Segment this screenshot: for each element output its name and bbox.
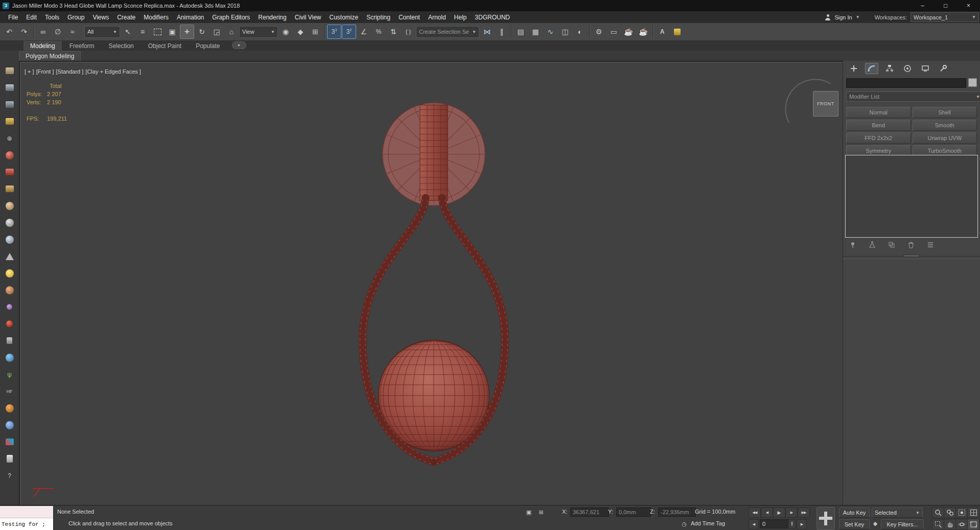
z-coordinate-field[interactable]: -22,936mm	[658, 508, 696, 517]
previous-frame-icon[interactable]: ◀	[761, 508, 773, 518]
monitor-icon[interactable]	[1, 79, 18, 96]
utilities-tab-icon[interactable]	[937, 63, 950, 74]
select-move-icon[interactable]: +	[180, 25, 194, 39]
render-setup-icon[interactable]: ⚙	[592, 25, 606, 39]
named-selection-dropdown[interactable]: Create Selection Se ▼	[416, 26, 479, 38]
configure-modifier-sets-icon[interactable]	[926, 241, 935, 249]
menu-create[interactable]: Create	[113, 14, 139, 21]
modifier-button-smooth[interactable]: Smooth	[913, 120, 977, 131]
menu-customize[interactable]: Customize	[325, 14, 363, 21]
keyboard-override-icon[interactable]: ⊞	[308, 25, 322, 39]
menu-edit[interactable]: Edit	[22, 14, 41, 21]
create-tab-icon[interactable]	[847, 63, 860, 74]
go-to-start-icon[interactable]: ◀◀	[749, 508, 761, 518]
select-by-name-icon[interactable]: ≡	[135, 25, 150, 39]
remove-modifier-icon[interactable]	[906, 241, 916, 249]
geosphere-icon[interactable]	[1, 231, 18, 248]
layer-manager-icon[interactable]: ▤	[514, 25, 528, 39]
ribbon-toggle-icon[interactable]: ▦	[528, 25, 543, 39]
bind-spacewarp-icon[interactable]: ≈	[65, 25, 80, 39]
polygon-modeling-panel[interactable]: Polygon Modeling	[19, 51, 81, 61]
next-frame-icon[interactable]: ▶	[785, 508, 798, 518]
window-crossing-icon[interactable]: ▣	[165, 25, 179, 39]
unlink-selection-icon[interactable]: ∅	[51, 25, 65, 39]
tab-selection[interactable]: Selection	[102, 41, 140, 51]
minimize-button[interactable]: –	[911, 0, 934, 11]
menu-3dground[interactable]: 3DGROUND	[471, 14, 514, 21]
y-coordinate-field[interactable]: 0,0mm	[616, 508, 651, 517]
modifier-list-dropdown[interactable]: Modifier List ▼	[846, 91, 980, 102]
grid-panel-icon[interactable]	[1, 96, 18, 113]
ribbon-minimize-icon[interactable]: ▼	[232, 41, 246, 49]
select-scale-icon[interactable]: ◲	[209, 25, 224, 39]
render-iterative-icon[interactable]: ☕	[636, 25, 650, 39]
select-manipulate-icon[interactable]: ◆	[293, 25, 308, 39]
zoom-all-icon[interactable]	[944, 507, 956, 518]
spinner-down-icon[interactable]: ▼	[790, 524, 794, 526]
swatch-grid-icon[interactable]	[1, 433, 18, 450]
go-to-end-icon[interactable]: ▶▶	[798, 508, 810, 518]
figure-icon[interactable]	[1, 332, 18, 349]
modifier-button-ffd2x2x2[interactable]: FFD 2x2x2	[846, 132, 911, 144]
sun-icon[interactable]	[1, 265, 18, 282]
next-key-icon[interactable]: ▶	[797, 519, 807, 529]
motion-tab-icon[interactable]	[901, 63, 914, 74]
hand-tool-icon[interactable]	[1, 62, 18, 79]
red-ball-icon[interactable]	[1, 315, 18, 332]
menu-civil-view[interactable]: Civil View	[291, 14, 325, 21]
listener-script-line[interactable]: Testing for ;	[0, 518, 53, 530]
angle-snap-icon[interactable]: ∠	[357, 25, 371, 39]
menu-rendering[interactable]: Rendering	[254, 14, 290, 21]
gold-cylinder-icon[interactable]	[1, 113, 18, 130]
pin-stack-icon[interactable]	[848, 241, 857, 249]
frame-spinner[interactable]: ▲▼	[788, 519, 796, 528]
snaps-25d-icon[interactable]: 32	[342, 25, 356, 39]
display-tab-icon[interactable]	[919, 63, 932, 74]
orange-ball-icon[interactable]	[1, 400, 18, 417]
menu-animation[interactable]: Animation	[173, 14, 208, 21]
multi-sphere-icon[interactable]	[1, 147, 18, 164]
script-yellow-icon[interactable]	[670, 25, 684, 39]
close-button[interactable]: ×	[957, 0, 980, 11]
viewport-menu-shading[interactable]: [Clay + Edged Faces ]	[85, 68, 141, 75]
menu-arnold[interactable]: Arnold	[424, 14, 450, 21]
grass-icon[interactable]: ψ	[1, 366, 18, 383]
earth-icon[interactable]	[1, 349, 18, 366]
workspace-dropdown[interactable]: Workspace_1 ▼	[911, 12, 979, 22]
selection-region-icon[interactable]	[150, 25, 165, 39]
play-icon[interactable]: ▶	[773, 508, 785, 518]
selection-lock-icon[interactable]: ⊞	[536, 508, 546, 516]
show-end-result-icon[interactable]	[868, 241, 877, 249]
maxscript-mini-listener[interactable]: Testing for ;	[0, 506, 54, 530]
render-production-icon[interactable]: ☕	[621, 25, 636, 39]
object-name-field[interactable]	[846, 78, 966, 88]
sphere-tan-icon[interactable]	[1, 197, 18, 214]
object-color-swatch[interactable]	[968, 78, 977, 87]
axis-tool-icon[interactable]: ⊕	[1, 130, 18, 147]
percent-snap-icon[interactable]: %	[371, 25, 386, 39]
tab-object-paint[interactable]: Object Paint	[142, 41, 188, 51]
viewport-menu-pov[interactable]: [Front ]	[36, 68, 54, 75]
time-tag-icon[interactable]: ◷	[680, 520, 689, 528]
zoom-extents-icon[interactable]	[955, 507, 968, 518]
blue-sphere-icon[interactable]	[1, 417, 18, 433]
sign-in-caret-icon[interactable]: ▼	[856, 15, 860, 19]
help-icon[interactable]: ?	[1, 467, 18, 484]
viewcube-front-face[interactable]: FRONT	[817, 101, 834, 106]
isolate-selection-icon[interactable]: ▣	[524, 508, 533, 516]
select-object-icon[interactable]: ↖	[121, 25, 135, 39]
align-icon[interactable]: ∥	[495, 25, 509, 39]
camera-icon[interactable]	[1, 164, 18, 180]
viewport-menu-renderer[interactable]: [Standard ]	[56, 68, 84, 75]
select-place-icon[interactable]: ⌂	[224, 25, 239, 39]
menu-graph-editors[interactable]: Graph Editors	[208, 14, 254, 21]
add-time-tag[interactable]: Add Time Tag	[691, 520, 725, 526]
tab-populate[interactable]: Populate	[189, 41, 226, 51]
key-filters-button[interactable]: Key Filters...	[881, 519, 924, 529]
make-unique-icon[interactable]	[887, 241, 896, 249]
x-coordinate-field[interactable]: 36367,621	[570, 508, 609, 517]
viewcube[interactable]: FRONT	[813, 91, 838, 117]
select-link-icon[interactable]: ∞	[36, 25, 50, 39]
cone-icon[interactable]	[1, 248, 18, 265]
particles-icon[interactable]	[1, 298, 18, 315]
